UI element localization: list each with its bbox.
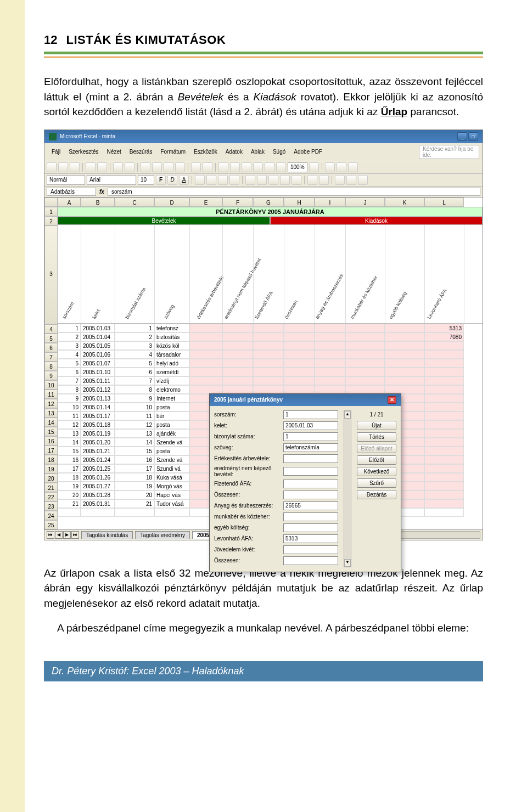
cell[interactable]: 13	[115, 429, 154, 438]
table-row[interactable]: 22005.01.042biztosítás7080	[58, 332, 483, 341]
cell[interactable]	[253, 385, 284, 394]
cell[interactable]: 10	[115, 403, 154, 411]
cell[interactable]	[385, 350, 424, 359]
minimize-button[interactable]: _	[457, 132, 467, 141]
cell[interactable]	[385, 324, 424, 332]
row-header[interactable]: 12	[44, 399, 58, 408]
cell[interactable]	[222, 376, 253, 385]
menu-item[interactable]: Formátum	[156, 148, 189, 156]
col-header[interactable]: L	[424, 198, 464, 207]
criteria-button[interactable]: Szűrő	[357, 478, 396, 488]
row-header[interactable]: 2	[44, 216, 58, 225]
col-header[interactable]: C	[115, 198, 154, 207]
table-row[interactable]: 72005.01.117vízdíj	[58, 376, 483, 385]
help-icon[interactable]	[309, 162, 319, 172]
cell[interactable]: 3	[58, 341, 81, 350]
redo-icon[interactable]	[203, 162, 212, 172]
chart-icon[interactable]	[265, 162, 274, 172]
cell[interactable]	[424, 350, 464, 359]
delete-button[interactable]: Törlés	[357, 432, 396, 442]
table-row[interactable]: 62005.01.106szemétdí	[58, 368, 483, 376]
row-header[interactable]: 23	[44, 501, 58, 511]
cell[interactable]: 8	[58, 385, 81, 394]
research-icon[interactable]	[125, 162, 134, 172]
cell[interactable]: 4	[115, 350, 154, 359]
row-header[interactable]: 3	[44, 225, 58, 324]
row-header[interactable]: 10	[44, 380, 58, 390]
cell[interactable]	[345, 332, 385, 341]
cell[interactable]: Kuka vásá	[154, 473, 189, 482]
col-header[interactable]: F	[222, 198, 253, 207]
cell[interactable]	[189, 385, 222, 394]
cell[interactable]	[424, 376, 464, 385]
cell[interactable]: 2005.01.19	[81, 429, 115, 438]
cell[interactable]	[315, 359, 345, 368]
cell[interactable]: szemétdí	[154, 368, 189, 376]
cell[interactable]	[253, 332, 284, 341]
bold-icon[interactable]: F	[156, 175, 166, 185]
cell[interactable]: 11	[115, 411, 154, 420]
align-center-icon[interactable]	[206, 175, 216, 185]
cell[interactable]: Hapci vás	[154, 490, 189, 499]
cell[interactable]: 20	[58, 490, 81, 499]
cell[interactable]	[315, 376, 345, 385]
field-input[interactable]: 5313	[283, 534, 338, 543]
cell[interactable]	[385, 385, 424, 394]
align-left-icon[interactable]	[195, 175, 205, 185]
row-header[interactable]: 6	[44, 343, 58, 352]
cell[interactable]	[189, 368, 222, 376]
tab-prev-icon[interactable]: ◀	[55, 531, 63, 539]
cell[interactable]: 2005.01.27	[81, 482, 115, 490]
row-header[interactable]: 17	[44, 446, 58, 455]
cell[interactable]	[424, 482, 464, 490]
undo-icon[interactable]	[191, 162, 201, 172]
col-header[interactable]: I	[315, 198, 345, 207]
cell[interactable]: 2005.01.12	[81, 385, 115, 394]
cell[interactable]: 10	[58, 403, 81, 411]
cell[interactable]: 18	[58, 473, 81, 482]
cell[interactable]: 2	[58, 332, 81, 341]
cell[interactable]	[424, 447, 464, 455]
col-header[interactable]: G	[253, 198, 284, 207]
cell[interactable]: Szende vá	[154, 455, 189, 464]
close-icon[interactable]: ✕	[388, 396, 396, 404]
cell[interactable]: 2005.01.14	[81, 403, 115, 411]
row-header[interactable]: 19	[44, 464, 58, 473]
tab-next-icon[interactable]: ▶	[63, 531, 71, 539]
cut-icon[interactable]	[141, 162, 150, 172]
cell[interactable]	[315, 324, 345, 332]
row-header[interactable]: 7	[44, 352, 58, 362]
cell[interactable]	[253, 359, 284, 368]
cell[interactable]: Szende vá	[154, 438, 189, 447]
field-input[interactable]: telefonszámla	[283, 443, 338, 452]
cell[interactable]	[154, 508, 189, 517]
cell[interactable]: 2005.01.28	[81, 490, 115, 499]
cell[interactable]: 14	[58, 438, 81, 447]
row-header[interactable]: 25	[44, 520, 58, 529]
menu-item[interactable]: Adobe PDF	[290, 148, 326, 156]
new-icon[interactable]	[47, 162, 57, 172]
cell[interactable]: 1	[58, 324, 81, 332]
inc-decimal-icon[interactable]	[280, 175, 290, 185]
cell[interactable]	[222, 359, 253, 368]
cell[interactable]: helyi adó	[154, 359, 189, 368]
cell[interactable]: 19	[58, 482, 81, 490]
cell[interactable]: 16	[115, 455, 154, 464]
cell[interactable]: 12	[115, 420, 154, 429]
cell[interactable]: Tudor vásá	[154, 499, 189, 508]
cell[interactable]: 17	[58, 464, 81, 473]
autosum-icon[interactable]	[230, 162, 240, 172]
sort-desc-icon[interactable]	[253, 162, 263, 172]
merge-icon[interactable]	[229, 175, 239, 185]
cell[interactable]	[189, 324, 222, 332]
row-header[interactable]: 15	[44, 427, 58, 436]
paste-icon[interactable]	[164, 162, 173, 172]
sort-asc-icon[interactable]	[242, 162, 251, 172]
select-all[interactable]	[44, 198, 58, 207]
tab-last-icon[interactable]: ⏭	[71, 531, 79, 539]
fill-color-icon[interactable]	[346, 175, 356, 185]
table-row[interactable]: 32005.01.053közös köl	[58, 341, 483, 350]
field-input[interactable]	[283, 523, 338, 532]
cell[interactable]: 5	[115, 359, 154, 368]
dec-indent-icon[interactable]	[307, 175, 317, 185]
